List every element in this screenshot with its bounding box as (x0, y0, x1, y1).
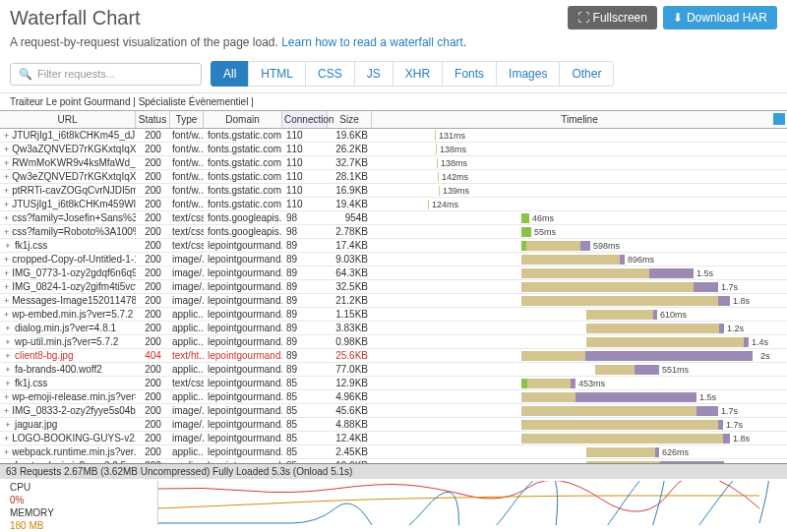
table-row[interactable]: +Qw3eZQNVED7rKGKxtqIqX5...200font/w...fo… (0, 170, 787, 184)
col-connection[interactable]: Connection (282, 111, 328, 128)
col-type[interactable]: Type (170, 111, 204, 128)
expand-row-icon[interactable]: + (4, 421, 12, 429)
timeline-bar: 138ms (372, 143, 787, 156)
table-row[interactable]: +jaguar.jpg200image/...lepointgourmand.c… (0, 418, 787, 432)
col-timeline[interactable]: Timeline (372, 111, 787, 128)
connection-id: 89 (282, 364, 328, 375)
table-row[interactable]: +Messages-Image152011478?...200image/...… (0, 294, 787, 308)
search-input[interactable]: 🔍 Filter requests... (10, 63, 202, 86)
size: 21.2KB (328, 295, 372, 306)
expand-row-icon[interactable]: + (4, 242, 12, 250)
table-row[interactable]: +Qw3aZQNVED7rKGKxtqIqX5...200font/w...fo… (0, 143, 787, 156)
domain: lepointgourmand.com (204, 323, 282, 333)
domain: lepointgourmand.com (204, 309, 282, 320)
expand-row-icon[interactable]: + (4, 159, 9, 167)
table-row[interactable]: +fk1j.css200text/csslepointgourmand.com8… (0, 239, 787, 253)
col-url[interactable]: URL (0, 111, 136, 128)
table-row[interactable]: +IMG_0833-2-ozy2fyye5s04bq...200image/..… (0, 404, 787, 418)
table-row[interactable]: +ptRRTi-cavZOGqCvrNJDI5m...200font/w...f… (0, 184, 787, 198)
expand-row-icon[interactable]: + (4, 407, 9, 415)
request-url: wp-embed.min.js?ver=5.7.2 (12, 309, 133, 320)
expand-row-icon[interactable]: + (4, 187, 9, 195)
domain: lepointgourmand.com (204, 433, 282, 443)
fullscreen-button[interactable]: ⛶ Fullscreen (568, 6, 657, 30)
request-url: Messages-Image152011478?... (12, 295, 136, 306)
col-size[interactable]: Size (328, 111, 372, 128)
table-row[interactable]: +JTUSjIg1_i6t8kCHKm459Wlh...200font/w...… (0, 198, 787, 211)
status-code: 200 (136, 157, 170, 168)
expand-row-icon[interactable]: + (4, 325, 12, 332)
timeline-bar: 1.4s (372, 335, 787, 349)
expand-row-icon[interactable]: + (4, 283, 9, 291)
content-type: image/... (170, 267, 204, 278)
request-url: wp-emoji-release.min.js?ver=... (12, 391, 136, 402)
expand-row-icon[interactable]: + (4, 214, 9, 222)
filter-xhr[interactable]: XHR (393, 61, 443, 87)
filter-all[interactable]: All (211, 61, 249, 87)
connection-id: 85 (282, 405, 328, 416)
expand-row-icon[interactable]: + (4, 256, 9, 264)
expand-row-icon[interactable]: + (4, 393, 9, 401)
expand-row-icon[interactable]: + (4, 173, 9, 181)
domain: fonts.googleapis.com (204, 212, 282, 223)
table-row[interactable]: +client8-bg.jpg404text/ht...lepointgourm… (0, 349, 787, 363)
request-url: jaguar.jpg (15, 419, 57, 430)
expand-row-icon[interactable]: + (4, 228, 9, 236)
expand-row-icon[interactable]: + (4, 311, 9, 319)
table-row[interactable]: +webpack.runtime.min.js?ver...200applic.… (0, 445, 787, 459)
expand-row-icon[interactable]: + (4, 132, 9, 140)
connection-id: 110 (282, 185, 328, 196)
expand-row-icon[interactable]: + (4, 146, 9, 153)
expand-row-icon[interactable]: + (4, 435, 9, 443)
table-row[interactable]: +RWmMoKWR9v4ksMfaWd_J...200font/w...font… (0, 156, 787, 170)
expand-row-icon[interactable]: + (4, 366, 12, 374)
table-row[interactable]: +IMG_0773-1-ozy2gdqf6n6q9...200image/...… (0, 266, 787, 280)
page-title: Waterfall Chart (10, 7, 141, 30)
domain: lepointgourmand.com (204, 267, 282, 278)
expand-row-icon[interactable]: + (4, 380, 12, 387)
connection-id: 98 (282, 212, 328, 223)
table-row[interactable]: +fk1j.css200text/csslepointgourmand.com8… (0, 377, 787, 390)
size: 28.1KB (328, 171, 372, 182)
domain: lepointgourmand.com (204, 254, 282, 265)
filter-css[interactable]: CSS (305, 61, 355, 87)
table-row[interactable]: +css?family=Roboto%3A100%...200text/cssf… (0, 225, 787, 239)
table-row[interactable]: +dialog.min.js?ver=4.8.1200applic...lepo… (0, 322, 787, 335)
filter-other[interactable]: Other (559, 61, 614, 87)
table-row[interactable]: +IMG_0824-1-ozy2gifm4ti5vcv...200image/.… (0, 280, 787, 294)
download-har-button[interactable]: ⬇ Download HAR (663, 6, 777, 30)
filter-js[interactable]: JS (354, 61, 394, 87)
table-row[interactable]: +wp-emoji-release.min.js?ver=...200appli… (0, 390, 787, 404)
expand-row-icon[interactable]: + (4, 352, 12, 360)
timeline-bar: 1.2s (372, 459, 787, 464)
status-code: 200 (136, 419, 170, 430)
summary-footer: 63 Requests 2.67MB (3.62MB Uncompressed)… (0, 463, 787, 479)
timeline-dropdown[interactable] (773, 113, 785, 125)
expand-row-icon[interactable]: + (4, 269, 9, 277)
expand-row-icon[interactable]: + (4, 201, 9, 208)
content-type: font/w... (170, 171, 204, 182)
expand-row-icon[interactable]: + (4, 448, 9, 456)
connection-id: 110 (282, 171, 328, 182)
filter-fonts[interactable]: Fonts (442, 61, 497, 87)
size: 19.6KB (328, 130, 372, 141)
learn-link[interactable]: Learn how to read a waterfall chart (281, 35, 463, 49)
table-row[interactable]: +frontend.min.js?ver=3.2.5200applic...le… (0, 459, 787, 463)
table-row[interactable]: +css?family=Josefin+Sans%3...200text/css… (0, 211, 787, 225)
expand-row-icon[interactable]: + (4, 462, 12, 464)
table-row[interactable]: +cropped-Copy-of-Untitled-1-1...200image… (0, 253, 787, 266)
table-row[interactable]: +JTURjIg1_i6t8kCHKm45_dJE...200font/w...… (0, 129, 787, 143)
fullscreen-label: Fullscreen (593, 11, 647, 25)
request-url: wp-util.min.js?ver=5.7.2 (15, 336, 118, 347)
filter-images[interactable]: Images (496, 61, 560, 87)
table-row[interactable]: +LOGO-BOOKING-GUYS-v2.png200image/...lep… (0, 432, 787, 445)
content-type: font/w... (170, 157, 204, 168)
col-status[interactable]: Status (136, 111, 170, 128)
table-row[interactable]: +fa-brands-400.woff2200applic...lepointg… (0, 363, 787, 377)
expand-row-icon[interactable]: + (4, 338, 12, 346)
table-row[interactable]: +wp-embed.min.js?ver=5.7.2200applic...le… (0, 308, 787, 322)
table-row[interactable]: +wp-util.min.js?ver=5.7.2200applic...lep… (0, 335, 787, 349)
expand-row-icon[interactable]: + (4, 297, 9, 305)
filter-html[interactable]: HTML (248, 61, 306, 87)
col-domain[interactable]: Domain (204, 111, 282, 128)
